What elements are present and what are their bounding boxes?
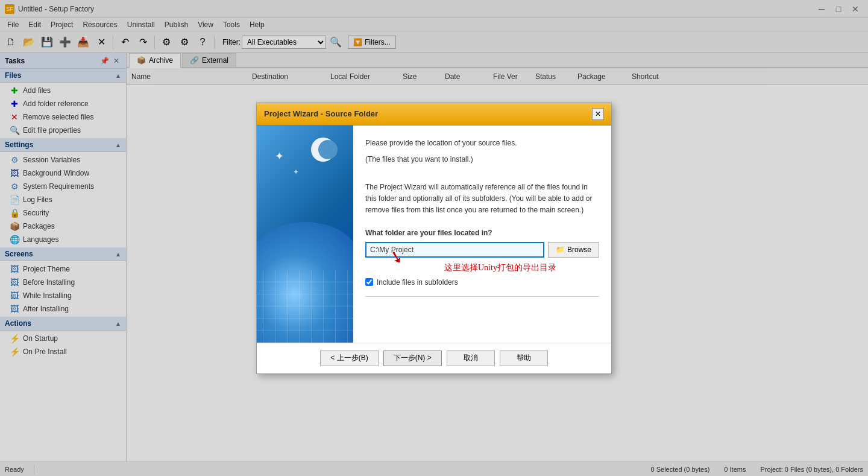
annotation-area: ➘ 这里选择Unity打包的导出目录 (365, 265, 599, 273)
dialog-text-3: The Project Wizard will automatically re… (365, 182, 599, 217)
include-subfolders-checkbox[interactable] (365, 278, 373, 286)
dialog-text-2: (The files that you want to install.) (365, 154, 599, 165)
next-button[interactable]: 下一步(N) > (383, 351, 442, 366)
browse-label: Browse (567, 246, 591, 254)
dialog-footer: < 上一步(B) 下一步(N) > 取消 帮助 (257, 343, 611, 373)
annotation-text: 这里选择Unity打包的导出目录 (444, 262, 556, 273)
dialog-overlay: Project Wizard - Source Folder ✕ ✦ ✦ Ple… (0, 0, 868, 476)
globe-decoration (257, 222, 353, 343)
dialog-title: Project Wizard - Source Folder (264, 109, 378, 118)
dialog-question: What folder are your files located in? (365, 229, 599, 237)
dialog-body: ✦ ✦ Please provide the location of your … (257, 125, 611, 343)
include-subfolders-label[interactable]: Include files in subfolders (377, 278, 458, 287)
back-button[interactable]: < 上一步(B) (320, 351, 378, 366)
dialog-close-button[interactable]: ✕ (592, 108, 604, 120)
star1-decoration: ✦ (275, 150, 284, 163)
star2-decoration: ✦ (293, 168, 299, 176)
moon-decoration (311, 138, 335, 162)
dialog-content: Please provide the location of your sour… (353, 125, 611, 343)
dialog-text-1: Please provide the location of your sour… (365, 138, 599, 149)
grid-decoration (257, 270, 353, 343)
project-wizard-dialog: Project Wizard - Source Folder ✕ ✦ ✦ Ple… (256, 103, 612, 374)
browse-icon: 📁 (556, 246, 565, 254)
dialog-titlebar: Project Wizard - Source Folder ✕ (257, 103, 611, 125)
cancel-button[interactable]: 取消 (447, 351, 495, 366)
browse-button[interactable]: 📁 Browse (548, 242, 599, 258)
dialog-description: Please provide the location of your sour… (365, 138, 599, 217)
checkbox-row: Include files in subfolders (365, 278, 599, 287)
dialog-separator (365, 296, 599, 297)
dialog-image: ✦ ✦ (257, 125, 353, 343)
help-dialog-button[interactable]: 帮助 (500, 351, 548, 366)
